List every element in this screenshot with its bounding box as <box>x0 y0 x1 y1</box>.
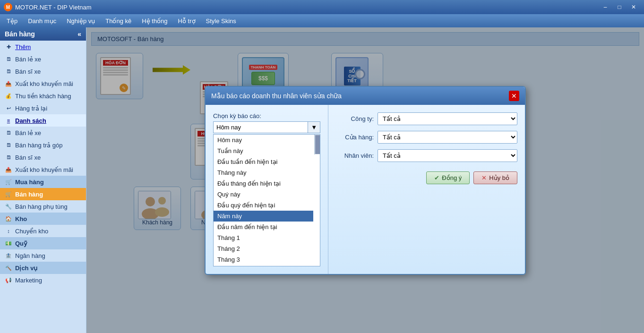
sidebar-item-ban-si-xe-2[interactable]: 🖺 Bán sĩ xe <box>0 151 86 163</box>
shopping-icon-1: 🛒 <box>5 178 12 186</box>
nhanvien-row: Nhân viên: Tất cả <box>336 149 517 162</box>
sidebar-item-ban-hang[interactable]: 🛒 Bán hàng <box>0 188 86 200</box>
menu-bar: Tệp Danh mục Nghiệp vụ Thống kê Hệ thống… <box>0 14 644 27</box>
ok-button[interactable]: ✔ Đồng ý <box>426 171 470 184</box>
warehouse-icon: 🏠 <box>5 215 12 222</box>
thu-tien-khach-hang-label: Thu tiền khách hàng <box>15 93 71 100</box>
close-button[interactable]: ✕ <box>627 2 640 12</box>
option-thang2[interactable]: Tháng 2 <box>214 243 313 254</box>
dropdown-arrow-icon[interactable]: ▼ <box>308 122 320 133</box>
sidebar-item-danh-sach[interactable]: ≡ Danh sách <box>0 114 86 127</box>
cuahang-label: Cửa hàng: <box>336 134 374 141</box>
ban-hang-phu-tung-label: Bán hàng phụ tùng <box>15 203 68 210</box>
title-bar-left: M MOTOR.NET - DIP Vietnam <box>4 3 92 11</box>
period-selected-value: Hôm nay <box>214 122 308 133</box>
period-dropdown-list: Hôm nay Tuần này Đầu tuần đến hiện tại T… <box>213 134 320 266</box>
option-quynay[interactable]: Quý này <box>214 189 313 200</box>
sidebar-item-ban-si-xe[interactable]: 🖺 Bán sĩ xe <box>0 65 86 77</box>
doc-icon-3: 🖺 <box>5 129 12 137</box>
ban-hang-tra-gop-label: Bán hàng trả góp <box>15 142 63 149</box>
cuahang-control: Tất cả <box>378 131 517 144</box>
option-thang3[interactable]: Tháng 3 <box>214 254 313 265</box>
sidebar-item-ngan-hang[interactable]: 🏦 Ngân hàng <box>0 249 86 262</box>
ban-le-xe-label: Bán lẻ xe <box>15 56 41 63</box>
xuat-kho-khuyen-mai-2-label: Xuất kho khuyến mãi <box>15 166 73 173</box>
sidebar-item-ban-hang-phu-tung[interactable]: 🔧 Bán hàng phụ tùng <box>0 200 86 213</box>
nhanvien-control: Tất cả <box>378 149 517 162</box>
maximize-button[interactable]: □ <box>613 2 626 12</box>
add-icon: ✚ <box>5 43 12 51</box>
window-controls: – □ ✕ <box>599 2 640 12</box>
option-homnay[interactable]: Hôm nay <box>214 135 313 145</box>
cuahang-select[interactable]: Tất cả <box>378 131 517 144</box>
option-daunamdenthientai[interactable]: Đầu năm đến hiện tại <box>214 222 313 232</box>
parts-icon: 🔧 <box>5 203 12 210</box>
option-dautuandenthientai[interactable]: Đầu tuần đến hiện tại <box>214 156 313 167</box>
sidebar-item-hang-tra-lai[interactable]: ↩ Hàng trả lại <box>0 102 86 114</box>
chuyen-kho-label: Chuyển kho <box>15 228 48 235</box>
sidebar-item-xuat-kho-khuyen-mai[interactable]: 📤 Xuất kho khuyến mãi <box>0 77 86 90</box>
menu-styleskins[interactable]: Style Skins <box>201 16 241 26</box>
cancel-icon: ✕ <box>481 174 487 181</box>
menu-danhmuc[interactable]: Danh mục <box>23 16 61 26</box>
sidebar-item-dich-vu[interactable]: 🔨 Dịch vụ <box>0 262 86 274</box>
period-select-display[interactable]: Hôm nay ▼ <box>213 121 320 133</box>
option-thang4[interactable]: Tháng 4 <box>214 265 313 266</box>
shopping-icon-2: 🛒 <box>5 190 12 198</box>
export-icon-1: 📤 <box>5 80 12 87</box>
mua-hang-label: Mua hàng <box>15 179 44 186</box>
ok-icon: ✔ <box>434 174 439 181</box>
sidebar-header: Bán hàng « <box>0 27 86 41</box>
ban-si-xe-label: Bán sĩ xe <box>15 68 41 75</box>
sidebar-item-ban-le-xe-2[interactable]: 🖺 Bán lẻ xe <box>0 127 86 139</box>
congty-row: Công ty: Tất cả <box>336 112 517 125</box>
sidebar-item-chuyen-kho[interactable]: ↕ Chuyển kho <box>0 225 86 237</box>
menu-hotro[interactable]: Hỗ trợ <box>173 16 200 26</box>
content-area: MOTOSOFT - Bán hàng HÓA ĐƠN ✎ <box>86 27 644 333</box>
sidebar-item-kho[interactable]: 🏠 Kho <box>0 213 86 225</box>
option-tuannay[interactable]: Tuần này <box>214 145 313 156</box>
hang-tra-lai-label: Hàng trả lại <box>15 105 47 112</box>
sidebar-collapse-icon[interactable]: « <box>77 30 81 38</box>
option-dauthandenthientai[interactable]: Đầu tháng đến hiện tại <box>214 178 313 189</box>
period-label: Chọn kỳ báo cáo: <box>213 112 320 120</box>
kho-label: Kho <box>15 215 27 222</box>
option-dauquydenthientai[interactable]: Đầu quý đến hiện tại <box>214 200 313 211</box>
cuahang-row: Cửa hàng: Tất cả <box>336 131 517 144</box>
menu-thongke[interactable]: Thống kê <box>101 16 136 26</box>
sidebar-item-quy[interactable]: 💵 Quỹ <box>0 237 86 249</box>
transfer-icon: ↕ <box>5 227 12 235</box>
title-bar: M MOTOR.NET - DIP Vietnam – □ ✕ <box>0 0 644 14</box>
dich-vu-label: Dịch vụ <box>15 265 37 272</box>
sidebar-item-thu-tien-khach-hang[interactable]: 💰 Thu tiền khách hàng <box>0 90 86 102</box>
sidebar-item-them[interactable]: ✚ Thêm <box>0 41 86 53</box>
doc-icon-5: 🖺 <box>5 154 12 161</box>
congty-label: Công ty: <box>336 115 374 122</box>
option-thang1[interactable]: Tháng 1 <box>214 232 313 243</box>
sidebar-item-xuat-kho-khuyen-mai-2[interactable]: 📤 Xuất kho khuyến mãi <box>0 163 86 176</box>
bank-icon: 🏦 <box>5 252 12 259</box>
xuat-kho-khuyen-mai-label: Xuất kho khuyến mãi <box>15 80 73 87</box>
sidebar-item-ban-le-xe[interactable]: 🖺 Bán lẻ xe <box>0 53 86 65</box>
option-namnay[interactable]: Năm này <box>214 211 313 222</box>
nhanvien-label: Nhân viên: <box>336 152 374 159</box>
app-icon: M <box>4 3 12 11</box>
minimize-button[interactable]: – <box>599 2 612 12</box>
sidebar-item-ban-hang-tra-gop[interactable]: 🖺 Bán hàng trả góp <box>0 139 86 151</box>
cancel-button[interactable]: ✕ Hủy bỏ <box>473 171 517 184</box>
doc-icon-2: 🖺 <box>5 68 12 75</box>
menu-tep[interactable]: Tệp <box>2 16 22 26</box>
sidebar-item-marketing[interactable]: 📢 Marketing <box>0 274 86 286</box>
them-link[interactable]: Thêm <box>15 43 31 51</box>
window-title: MOTOR.NET - DIP Vietnam <box>15 4 92 11</box>
menu-nghiepvu[interactable]: Nghiệp vụ <box>62 16 100 26</box>
sidebar-item-mua-hang[interactable]: 🛒 Mua hàng <box>0 176 86 188</box>
ban-le-xe-2-label: Bán lẻ xe <box>15 129 41 137</box>
nhanvien-select[interactable]: Tất cả <box>378 149 517 162</box>
dropdown-scrollbar[interactable] <box>314 135 320 154</box>
menu-hethong[interactable]: Hệ thống <box>137 16 172 26</box>
sidebar: Bán hàng « ✚ Thêm 🖺 Bán lẻ xe 🖺 Bán sĩ x… <box>0 27 86 333</box>
option-thangnay[interactable]: Tháng này <box>214 167 313 178</box>
congty-select[interactable]: Tất cả <box>378 112 517 125</box>
modal-close-button[interactable]: ✕ <box>509 91 519 101</box>
